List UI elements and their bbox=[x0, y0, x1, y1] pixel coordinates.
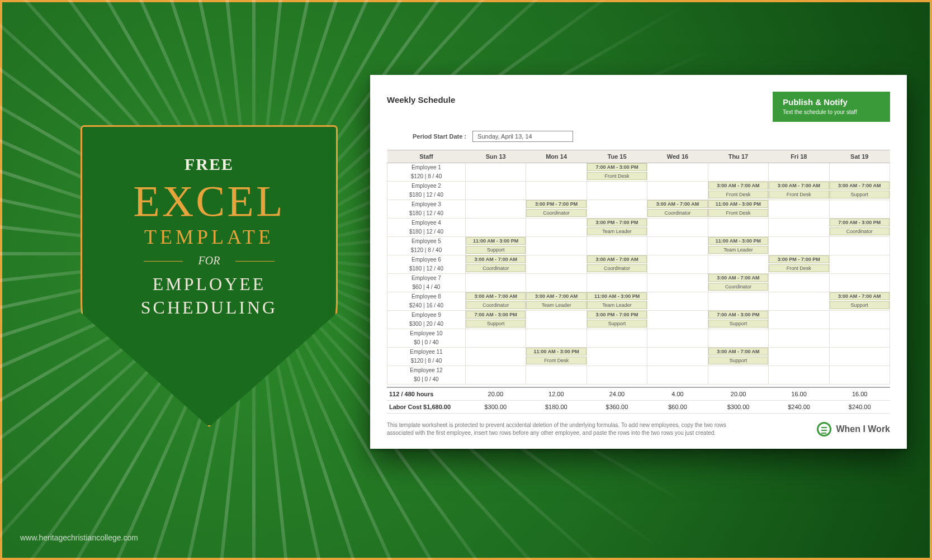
shift-cell[interactable] bbox=[829, 366, 890, 376]
shift-cell[interactable]: Support bbox=[466, 320, 526, 329]
shift-cell[interactable] bbox=[708, 338, 768, 348]
shift-cell[interactable] bbox=[526, 237, 586, 246]
shift-cell[interactable]: Team Leader bbox=[526, 301, 586, 311]
shift-cell[interactable] bbox=[526, 191, 586, 200]
shift-cell[interactable]: 3:00 AM - 7:00 AM bbox=[708, 182, 768, 191]
shift-cell[interactable] bbox=[647, 237, 708, 246]
shift-cell[interactable] bbox=[829, 274, 890, 283]
shift-cell[interactable]: 3:00 AM - 7:00 AM bbox=[466, 292, 526, 302]
shift-cell[interactable] bbox=[829, 255, 890, 265]
publish-notify-button[interactable]: Publish & Notify Text the schedule to yo… bbox=[773, 92, 890, 122]
shift-cell[interactable] bbox=[708, 163, 768, 173]
shift-cell[interactable] bbox=[647, 320, 708, 329]
shift-cell[interactable] bbox=[526, 264, 586, 274]
shift-cell[interactable]: Team Leader bbox=[708, 246, 768, 255]
shift-cell[interactable] bbox=[708, 375, 768, 385]
shift-cell[interactable] bbox=[769, 338, 829, 348]
shift-cell[interactable] bbox=[466, 357, 526, 366]
shift-cell[interactable] bbox=[647, 301, 708, 311]
shift-cell[interactable] bbox=[647, 375, 708, 385]
shift-cell[interactable] bbox=[769, 357, 829, 366]
shift-cell[interactable]: 7:00 AM - 3:00 PM bbox=[708, 311, 768, 320]
shift-cell[interactable] bbox=[708, 329, 768, 339]
shift-cell[interactable] bbox=[586, 283, 647, 292]
period-value[interactable]: Sunday, April 13, 14 bbox=[472, 131, 573, 142]
shift-cell[interactable] bbox=[526, 338, 586, 348]
shift-cell[interactable] bbox=[708, 264, 768, 274]
shift-cell[interactable] bbox=[526, 182, 586, 191]
shift-cell[interactable] bbox=[647, 227, 708, 237]
shift-cell[interactable]: Front Desk bbox=[526, 357, 586, 366]
shift-cell[interactable] bbox=[526, 255, 586, 265]
shift-cell[interactable]: 3:00 AM - 7:00 AM bbox=[769, 182, 829, 191]
shift-cell[interactable] bbox=[586, 209, 647, 219]
shift-cell[interactable]: Front Desk bbox=[769, 264, 829, 274]
shift-cell[interactable]: 3:00 PM - 7:00 PM bbox=[586, 311, 647, 320]
shift-cell[interactable] bbox=[829, 209, 890, 219]
shift-cell[interactable] bbox=[708, 219, 768, 228]
shift-cell[interactable]: 11:00 AM - 3:00 PM bbox=[708, 200, 768, 210]
shift-cell[interactable] bbox=[466, 191, 526, 200]
shift-cell[interactable] bbox=[647, 246, 708, 255]
shift-cell[interactable] bbox=[769, 329, 829, 339]
shift-cell[interactable] bbox=[586, 200, 647, 210]
shift-cell[interactable] bbox=[708, 292, 768, 302]
shift-cell[interactable] bbox=[829, 237, 890, 246]
shift-cell[interactable] bbox=[829, 163, 890, 173]
shift-cell[interactable]: Support bbox=[829, 191, 890, 200]
shift-cell[interactable] bbox=[769, 163, 829, 173]
shift-cell[interactable] bbox=[466, 163, 526, 173]
shift-cell[interactable] bbox=[769, 301, 829, 311]
shift-cell[interactable] bbox=[647, 311, 708, 320]
shift-cell[interactable] bbox=[586, 237, 647, 246]
shift-cell[interactable] bbox=[526, 246, 586, 255]
shift-cell[interactable] bbox=[829, 375, 890, 385]
shift-cell[interactable] bbox=[526, 375, 586, 385]
shift-cell[interactable] bbox=[586, 191, 647, 200]
shift-cell[interactable] bbox=[708, 366, 768, 376]
shift-cell[interactable] bbox=[829, 329, 890, 339]
shift-cell[interactable] bbox=[829, 264, 890, 274]
shift-cell[interactable] bbox=[586, 246, 647, 255]
shift-cell[interactable]: Support bbox=[708, 320, 768, 329]
shift-cell[interactable] bbox=[466, 338, 526, 348]
shift-cell[interactable] bbox=[769, 219, 829, 228]
shift-cell[interactable] bbox=[829, 200, 890, 210]
shift-cell[interactable] bbox=[526, 163, 586, 173]
shift-cell[interactable] bbox=[586, 375, 647, 385]
shift-cell[interactable] bbox=[708, 301, 768, 311]
shift-cell[interactable] bbox=[526, 311, 586, 320]
shift-cell[interactable]: 3:00 PM - 7:00 PM bbox=[526, 200, 586, 210]
shift-cell[interactable] bbox=[466, 348, 526, 357]
shift-cell[interactable]: Front Desk bbox=[708, 191, 768, 200]
shift-cell[interactable] bbox=[586, 366, 647, 376]
shift-cell[interactable]: 3:00 AM - 7:00 AM bbox=[708, 348, 768, 357]
shift-cell[interactable] bbox=[769, 311, 829, 320]
shift-cell[interactable]: Support bbox=[466, 246, 526, 255]
shift-cell[interactable]: 3:00 AM - 7:00 AM bbox=[829, 292, 890, 302]
shift-cell[interactable]: 3:00 AM - 7:00 AM bbox=[829, 182, 890, 191]
shift-cell[interactable] bbox=[466, 283, 526, 292]
shift-cell[interactable]: 3:00 AM - 7:00 AM bbox=[586, 255, 647, 265]
shift-cell[interactable]: Front Desk bbox=[586, 172, 647, 182]
shift-cell[interactable]: Front Desk bbox=[708, 209, 768, 219]
shift-cell[interactable] bbox=[526, 320, 586, 329]
shift-cell[interactable]: 3:00 AM - 7:00 AM bbox=[708, 274, 768, 283]
shift-cell[interactable] bbox=[647, 163, 708, 173]
shift-cell[interactable] bbox=[647, 357, 708, 366]
shift-cell[interactable] bbox=[829, 320, 890, 329]
shift-cell[interactable] bbox=[647, 182, 708, 191]
shift-cell[interactable] bbox=[647, 283, 708, 292]
shift-cell[interactable]: Coordinator bbox=[466, 301, 526, 311]
shift-cell[interactable]: 3:00 AM - 7:00 AM bbox=[466, 255, 526, 265]
shift-cell[interactable] bbox=[829, 283, 890, 292]
shift-cell[interactable] bbox=[708, 255, 768, 265]
shift-cell[interactable] bbox=[708, 172, 768, 182]
shift-cell[interactable] bbox=[829, 338, 890, 348]
shift-cell[interactable] bbox=[769, 320, 829, 329]
shift-cell[interactable] bbox=[526, 227, 586, 237]
shift-cell[interactable]: Coordinator bbox=[647, 209, 708, 219]
shift-cell[interactable] bbox=[526, 329, 586, 339]
shift-cell[interactable] bbox=[647, 191, 708, 200]
shift-cell[interactable] bbox=[647, 366, 708, 376]
